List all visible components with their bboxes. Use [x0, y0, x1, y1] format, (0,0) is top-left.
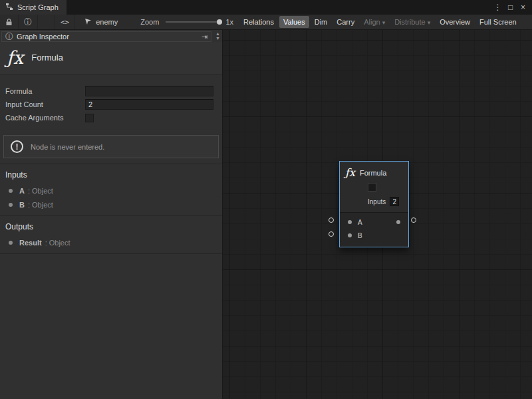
formula-node-header: ƒx Formula Inputs 2	[340, 162, 408, 212]
external-port-b-icon[interactable]	[329, 231, 334, 237]
unit-title: Formula	[31, 53, 63, 63]
graph-canvas[interactable]: ƒx Formula Inputs 2 A B	[223, 30, 532, 399]
node-formula-input[interactable]	[368, 183, 376, 192]
lock-button[interactable]	[0, 15, 19, 29]
node-title: Formula	[360, 169, 386, 177]
inputs-section-header: Inputs	[0, 164, 222, 184]
full-screen-button[interactable]: Full Screen	[475, 16, 521, 28]
node-port-row-a: A	[340, 215, 408, 229]
chevron-down-icon: ▾	[428, 19, 431, 26]
warning-icon: !	[11, 140, 23, 153]
port-dot-icon	[9, 189, 13, 193]
inspector-header: ⓘ Graph Inspector ⇥	[1, 31, 211, 42]
info-icon: ⓘ	[24, 17, 32, 28]
info-icon: ⓘ	[5, 31, 13, 43]
inspector-fields: Formula Input Count Cache Arguments	[0, 75, 222, 128]
cache-arguments-field-row: Cache Arguments	[5, 111, 213, 124]
formula-input[interactable]	[85, 86, 213, 96]
graph-inspector-panel: ⓘ Graph Inspector ⇥ ▲ ▼ ƒx Formula Formu…	[0, 30, 223, 399]
unity-editor-window: Script Graph ⋮ □ × ⓘ <> enemy Zoom	[0, 0, 532, 399]
chevron-down-icon: ▾	[382, 19, 386, 26]
port-dot-icon	[9, 203, 13, 207]
toolbar-buttons: Relations Values Dim Carry Align▾ Distri…	[239, 15, 521, 29]
window-controls: ⋮ □ ×	[493, 0, 532, 15]
tab-title: Script Graph	[17, 3, 59, 11]
kebab-menu-icon[interactable]: ⋮	[493, 3, 503, 12]
zoom-slider-knob[interactable]	[217, 19, 222, 25]
zoom-label: Zoom	[140, 18, 159, 26]
info-button[interactable]: ⓘ	[19, 15, 38, 29]
unit-header: ƒx Formula	[0, 42, 222, 75]
values-button[interactable]: Values	[279, 16, 309, 28]
graph-name-label: enemy	[96, 18, 118, 26]
warning-text: Node is never entered.	[31, 143, 104, 151]
lock-icon	[5, 18, 13, 26]
tab-script-graph[interactable]: Script Graph	[0, 0, 66, 15]
formula-node-ports: A B	[340, 212, 408, 247]
close-icon[interactable]: ×	[518, 3, 528, 12]
external-port-result-icon[interactable]	[411, 217, 416, 223]
node-inputs-label: Inputs	[368, 198, 386, 205]
formula-node[interactable]: ƒx Formula Inputs 2 A B	[339, 161, 409, 247]
input-port-row-b: B : Object	[0, 198, 222, 211]
fx-icon: ƒx	[345, 166, 355, 179]
graph-flag-icon	[84, 18, 92, 27]
graph-asset-breadcrumb[interactable]: enemy	[75, 18, 124, 27]
external-port-a-icon[interactable]	[329, 217, 334, 223]
node-inputs-count[interactable]: 2	[390, 197, 399, 206]
maximize-icon[interactable]: □	[505, 3, 515, 12]
input-count-label: Input Count	[5, 100, 85, 108]
code-button[interactable]: <>	[55, 15, 75, 29]
divider	[0, 253, 222, 254]
formula-field-row: Formula	[5, 84, 213, 98]
output-port-row-result: Result : Object	[0, 235, 222, 249]
panel-scrollbar: ▲ ▼	[215, 31, 220, 41]
zoom-control: Zoom 1x	[140, 18, 239, 26]
graph-toolbar: ⓘ <> enemy Zoom 1x Relations Values Dim …	[0, 15, 532, 30]
overview-button[interactable]: Overview	[436, 16, 474, 28]
zoom-value: 1x	[225, 18, 233, 26]
inspector-title: Graph Inspector	[17, 33, 69, 41]
port-dot-icon	[9, 241, 13, 245]
warning-box: ! Node is never entered.	[3, 135, 219, 158]
node-port-row-b: B	[340, 229, 408, 242]
code-icon: <>	[61, 18, 69, 27]
toolbar-spacer	[38, 15, 55, 29]
input-count-field-row: Input Count	[5, 98, 213, 111]
carry-button[interactable]: Carry	[332, 16, 358, 28]
input-port-a-icon[interactable]	[348, 220, 352, 224]
script-graph-icon	[5, 3, 13, 12]
input-port-row-a: A : Object	[0, 184, 222, 198]
formula-label: Formula	[5, 87, 85, 95]
distribute-button: Distribute▾	[390, 16, 434, 28]
input-count-input[interactable]	[85, 99, 213, 110]
dim-button[interactable]: Dim	[311, 16, 332, 28]
relations-button[interactable]: Relations	[239, 16, 278, 28]
input-port-b-icon[interactable]	[348, 233, 352, 237]
align-button: Align▾	[360, 16, 389, 28]
outputs-section-header: Outputs	[0, 216, 222, 235]
fx-icon: ƒx	[7, 47, 23, 68]
dock-icon[interactable]: ⇥	[201, 33, 207, 41]
output-port-result-icon[interactable]	[396, 220, 400, 224]
scroll-down-icon[interactable]: ▼	[215, 36, 220, 41]
tab-bar: Script Graph ⋮ □ ×	[0, 0, 532, 15]
zoom-slider[interactable]	[166, 21, 221, 23]
scroll-up-icon[interactable]: ▲	[215, 31, 220, 36]
cache-arguments-label: Cache Arguments	[5, 114, 85, 122]
cache-arguments-checkbox[interactable]	[85, 114, 94, 122]
